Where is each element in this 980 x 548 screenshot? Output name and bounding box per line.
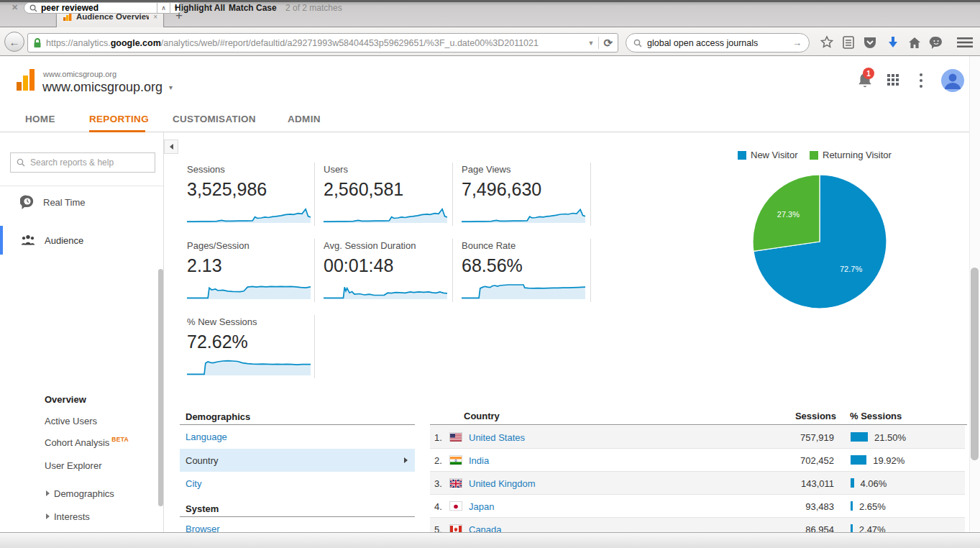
search-icon: [633, 39, 642, 47]
menu-icon[interactable]: [955, 34, 975, 51]
url-dropdown-icon[interactable]: ▼: [588, 40, 595, 47]
col-header-sessions[interactable]: Sessions: [795, 411, 836, 421]
row-rank: 4.: [434, 501, 442, 512]
pct-value: 2.65%: [859, 501, 886, 512]
sidebar-item-active-users[interactable]: Active Users: [45, 416, 97, 426]
sidebar-item-user-explorer[interactable]: User Explorer: [45, 460, 101, 471]
sidebar-item-demographics[interactable]: Demographics: [0, 482, 163, 505]
apps-grid-icon[interactable]: [887, 74, 902, 88]
row-rank: 1.: [434, 432, 442, 443]
url-bar[interactable]: https://analytics.google.com/analytics/w…: [27, 33, 618, 52]
metric-card-new-sessions: % New Sessions 72.62%: [187, 316, 313, 375]
find-previous-button[interactable]: ∧: [157, 2, 170, 14]
sidebar-item-real-time[interactable]: Real Time: [0, 190, 163, 214]
sidebar-search[interactable]: [10, 152, 155, 173]
sessions-value: 702,452: [800, 455, 834, 466]
metric-value: 3,525,986: [187, 179, 313, 200]
back-button[interactable]: ←: [4, 32, 24, 52]
pocket-icon[interactable]: [861, 34, 879, 51]
country-link[interactable]: United Kingdom: [469, 478, 536, 489]
pct-bar: [851, 524, 853, 532]
legend-swatch-blue: [738, 151, 746, 160]
sidebar-item-overview[interactable]: Overview: [45, 394, 86, 405]
metric-card-pageviews: Page Views 7,496,630: [462, 164, 588, 223]
match-case-button[interactable]: Match Case: [229, 3, 277, 13]
findbar-input-group[interactable]: ∧ ∨: [24, 2, 183, 14]
rule: [180, 424, 415, 425]
download-icon[interactable]: [884, 34, 902, 51]
search-go-icon[interactable]: →: [792, 37, 802, 48]
system-link-browser[interactable]: Browser: [180, 518, 415, 532]
hello-smiley-icon[interactable]: [928, 34, 945, 51]
sparkline-chart: [187, 357, 311, 375]
demographics-link-city[interactable]: City: [180, 472, 415, 495]
findbar-close-icon[interactable]: ✕: [12, 3, 18, 12]
pct-value: 19.92%: [873, 455, 905, 466]
country-link[interactable]: India: [469, 455, 489, 466]
avatar[interactable]: [941, 69, 964, 92]
demographics-title: Demographics: [180, 409, 415, 422]
nav-customisation[interactable]: CUSTOMISATION: [173, 109, 256, 129]
sidebar-scrollbar[interactable]: [158, 269, 163, 506]
url-separator: [598, 37, 599, 49]
highlight-all-button[interactable]: Highlight All: [175, 3, 225, 13]
country-link[interactable]: Japan: [469, 501, 494, 512]
more-vertical-icon[interactable]: [920, 73, 922, 91]
findbar-input[interactable]: [41, 3, 126, 13]
metric-label: Avg. Session Duration: [324, 240, 450, 251]
country-row-india: 2.India702,45219.92%: [430, 449, 965, 472]
flag-in-icon: [450, 456, 462, 464]
card-divider: [314, 315, 315, 378]
rule: [180, 516, 415, 517]
reload-icon[interactable]: ⟳: [603, 37, 613, 50]
sparkline-chart: [324, 204, 447, 223]
browser-search-box[interactable]: global open access journals →: [626, 33, 810, 52]
beta-badge: BETA: [111, 436, 129, 443]
flag-jp-icon: [450, 502, 462, 510]
country-row-canada: 5.Canada86,9542.47%: [430, 518, 965, 532]
demographics-link-country[interactable]: Country: [180, 449, 415, 472]
sessions-value: 143,011: [801, 478, 834, 489]
sessions-value: 93,483: [805, 501, 834, 512]
sessions-value: 86,954: [805, 524, 834, 532]
search-icon: [29, 4, 37, 12]
metric-value: 7,496,630: [462, 179, 588, 200]
country-row-united-states: 1.United States757,91921.50%: [430, 426, 965, 449]
realtime-icon: [20, 195, 35, 209]
card-divider: [452, 239, 453, 302]
metric-value: 2.13: [187, 255, 313, 276]
card-divider: [590, 163, 591, 226]
country-link[interactable]: Canada: [469, 524, 502, 532]
bookmark-star-icon[interactable]: [818, 34, 835, 51]
metric-label: Bounce Rate: [462, 240, 588, 251]
nav-admin[interactable]: ADMIN: [288, 109, 321, 129]
https-lock-icon: [33, 38, 42, 48]
metric-label: Page Views: [462, 164, 588, 175]
sidebar-collapse-button[interactable]: [164, 140, 178, 154]
col-header-pct-sessions[interactable]: % Sessions: [850, 411, 902, 421]
sidebar-search-input[interactable]: [30, 157, 138, 168]
audience-icon: [20, 234, 36, 247]
nav-home[interactable]: HOME: [25, 109, 55, 129]
sidebar-item-audience[interactable]: Audience: [0, 226, 163, 255]
row-rank: 3.: [434, 478, 442, 489]
metric-card-sessions: Sessions 3,525,986: [187, 164, 313, 223]
row-rank: 2.: [434, 455, 442, 466]
col-header-country[interactable]: Country: [464, 411, 500, 421]
pct-value: 4.06%: [861, 478, 887, 489]
home-icon[interactable]: [906, 34, 923, 51]
nav-reporting[interactable]: REPORTING: [89, 109, 149, 129]
sidebar-item-interests[interactable]: Interests: [0, 505, 163, 528]
card-divider: [452, 163, 453, 226]
notification-count-badge: 1: [863, 68, 874, 79]
sidebar-item-cohort-analysis[interactable]: Cohort AnalysisBETA: [45, 437, 129, 448]
page-scrollbar-thumb[interactable]: [971, 268, 979, 460]
metric-label: Sessions: [187, 164, 313, 175]
account-selector[interactable]: www.omicsgroup.org ▾: [42, 80, 173, 95]
reading-list-icon[interactable]: [840, 34, 857, 51]
pie-slice-label: 72.7%: [840, 265, 862, 273]
demographics-link-language[interactable]: Language: [180, 426, 415, 447]
visitor-pie-chart[interactable]: 72.7%27.3%: [748, 170, 892, 314]
tab-close-icon[interactable]: ×: [153, 13, 157, 21]
country-link[interactable]: United States: [469, 432, 525, 443]
